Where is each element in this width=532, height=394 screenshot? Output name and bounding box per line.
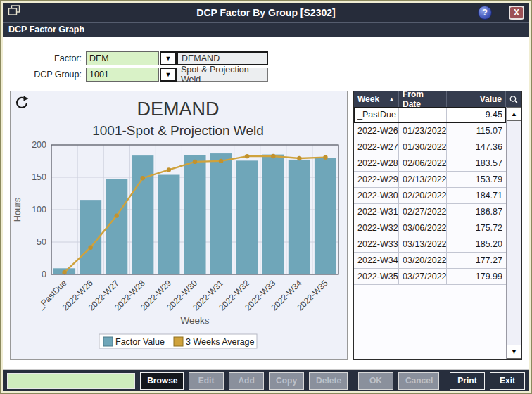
svg-text:1001-Spot & Projection Weld: 1001-Spot & Projection Weld — [92, 123, 264, 138]
week-value-table: Week ▲ From Date Value _P — [353, 91, 522, 360]
search-icon[interactable] — [506, 91, 521, 107]
table-row[interactable]: 2022-W2902/13/2022153.79 — [354, 172, 506, 188]
scroll-up-icon[interactable]: ▲ — [507, 107, 521, 121]
table-cell: 03/06/2022 — [399, 220, 447, 236]
vertical-scrollbar[interactable]: ▲ ▼ — [506, 107, 521, 359]
dcp-group-label: DCP Group: — [8, 70, 86, 80]
title-bar: DCP Factor By Group [S2302] ? X — [3, 3, 529, 22]
close-icon[interactable]: X — [509, 6, 524, 20]
column-header-value[interactable]: Value — [447, 91, 506, 107]
edit-button: Edit — [189, 372, 224, 390]
table-cell: 184.71 — [447, 188, 506, 203]
svg-text:200: 200 — [32, 140, 46, 150]
add-button: Add — [229, 372, 264, 390]
chart-svg: DEMAND1001-Spot & Projection Weld0501001… — [11, 91, 346, 359]
delete-button: Delete — [309, 372, 348, 390]
table-cell: 02/13/2022 — [399, 172, 447, 187]
table-cell: 177.27 — [447, 253, 506, 268]
button-bar: BrowseEditAddCopyDeleteOKCancelPrintExit — [3, 369, 529, 391]
command-input[interactable] — [7, 373, 135, 389]
table-cell: 186.87 — [447, 204, 506, 220]
window-frame: DCP Factor By Group [S2302] ? X DCP Fact… — [0, 0, 532, 394]
table-cell: 179.99 — [447, 269, 506, 284]
table-cell: 01/30/2022 — [399, 139, 447, 155]
table-cell: 115.07 — [447, 123, 506, 139]
table-cell: 02/20/2022 — [399, 188, 447, 203]
exit-button[interactable]: Exit — [490, 372, 525, 390]
copy-button: Copy — [269, 372, 304, 390]
factor-row: Factor: ▼ DEMAND — [8, 51, 529, 65]
table-cell: 2022-W27 — [354, 139, 399, 155]
table-cell: 9.45 — [447, 107, 506, 122]
table-row[interactable]: 2022-W3102/27/2022186.87 — [354, 204, 506, 220]
table-cell: 2022-W34 — [354, 253, 399, 268]
table-cell — [399, 107, 447, 122]
table-row[interactable]: 2022-W2802/06/2022183.57 — [354, 155, 506, 172]
dcp-group-row: DCP Group: ▼ Spot & Projection Weld — [8, 67, 529, 82]
cancel-button: Cancel — [398, 372, 439, 390]
table-cell: 03/27/2022 — [399, 269, 447, 284]
factor-label: Factor: — [8, 53, 86, 63]
table-cell: _PastDue — [354, 107, 399, 122]
table-cell: 01/23/2022 — [399, 123, 447, 139]
table-row[interactable]: 2022-W3503/27/2022179.99 — [354, 269, 506, 285]
table-row[interactable]: 2022-W2701/30/2022147.36 — [354, 139, 506, 155]
table-cell: 2022-W30 — [354, 188, 399, 203]
table-row[interactable]: 2022-W3002/20/2022184.71 — [354, 188, 506, 204]
table-cell: 02/27/2022 — [399, 204, 447, 220]
table-cell: 2022-W35 — [354, 269, 399, 284]
table-row[interactable]: 2022-W3403/20/2022177.27 — [354, 253, 506, 269]
svg-text:0: 0 — [42, 269, 46, 279]
column-header-week[interactable]: Week ▲ — [354, 91, 399, 107]
svg-text:150: 150 — [32, 172, 46, 182]
tab-dcp-factor-graph: DCP Factor Graph — [3, 22, 529, 37]
content-area: Factor: ▼ DEMAND DCP Group: ▼ Spot & Pro… — [3, 37, 529, 369]
table-cell: 03/13/2022 — [399, 236, 447, 252]
scroll-down-icon[interactable]: ▼ — [507, 345, 521, 359]
week-header-label: Week — [357, 94, 379, 104]
table-cell: 2022-W32 — [354, 220, 399, 236]
svg-text:Hours: Hours — [12, 197, 23, 222]
table-body: _PastDue9.452022-W2601/23/2022115.072022… — [354, 107, 506, 359]
table-cell: 153.79 — [447, 172, 506, 187]
svg-text:100: 100 — [32, 205, 46, 215]
table-cell: 183.57 — [447, 155, 506, 171]
window-title: DCP Factor By Group [S2302] — [3, 7, 529, 18]
svg-text:50: 50 — [37, 237, 46, 247]
sort-ascending-icon: ▲ — [388, 96, 395, 103]
refresh-icon[interactable] — [13, 94, 30, 111]
dcp-group-dropdown-icon[interactable]: ▼ — [160, 68, 177, 82]
svg-text:Factor Value: Factor Value — [115, 337, 165, 347]
table-cell: 185.20 — [447, 236, 506, 252]
dcp-group-input[interactable] — [86, 68, 159, 82]
svg-text:Weeks: Weeks — [180, 315, 209, 326]
table-cell: 03/20/2022 — [399, 253, 447, 268]
dcp-factor-window: DCP Factor By Group [S2302] ? X DCP Fact… — [3, 3, 529, 391]
table-cell: 2022-W29 — [354, 172, 399, 187]
ok-button: OK — [358, 372, 393, 390]
factor-dropdown-icon[interactable]: ▼ — [160, 51, 177, 65]
table-row[interactable]: 2022-W3303/13/2022185.20 — [354, 236, 506, 253]
help-icon[interactable]: ? — [478, 6, 492, 20]
print-button[interactable]: Print — [450, 372, 485, 390]
svg-text:DEMAND: DEMAND — [137, 99, 219, 120]
table-header: Week ▲ From Date Value — [354, 91, 521, 107]
table-cell: 2022-W31 — [354, 204, 399, 220]
table-row[interactable]: _PastDue9.45 — [354, 107, 506, 123]
dcp-group-description: Spot & Projection Weld — [177, 68, 268, 82]
chart-panel: DEMAND1001-Spot & Projection Weld0501001… — [10, 91, 348, 360]
factor-input[interactable] — [86, 51, 159, 65]
table-cell: 2022-W28 — [354, 155, 399, 171]
browse-button[interactable]: Browse — [140, 372, 184, 390]
table-cell: 175.72 — [447, 220, 506, 236]
factor-description: DEMAND — [177, 51, 268, 65]
table-row[interactable]: 2022-W2601/23/2022115.07 — [354, 123, 506, 139]
table-cell: 02/06/2022 — [399, 155, 447, 171]
svg-text:3 Weeks Average: 3 Weeks Average — [186, 337, 255, 347]
column-header-from-date[interactable]: From Date — [399, 91, 447, 107]
table-row[interactable]: 2022-W3203/06/2022175.72 — [354, 220, 506, 236]
table-cell: 147.36 — [447, 139, 506, 155]
table-cell: 2022-W33 — [354, 236, 399, 252]
table-cell: 2022-W26 — [354, 123, 399, 139]
